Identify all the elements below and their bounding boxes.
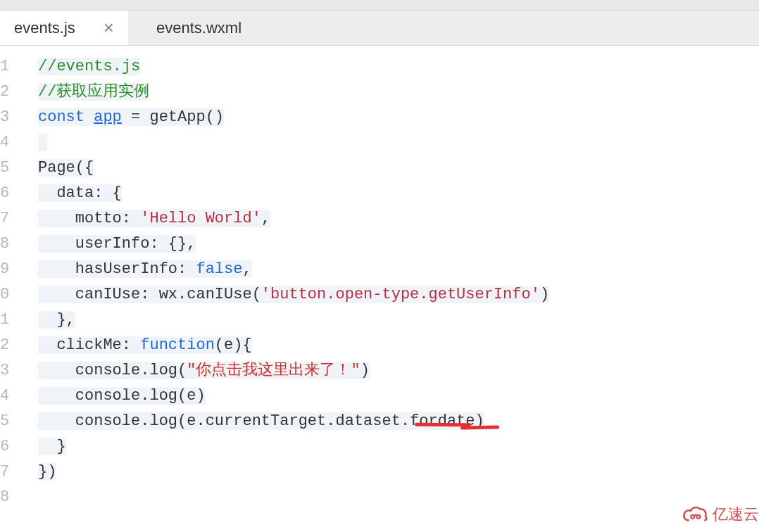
code-line: const app = getApp()	[38, 105, 759, 130]
code-text: canIUse: wx.canIUse(	[75, 286, 261, 303]
line-number: 5	[0, 156, 8, 181]
code-text: = getApp()	[122, 108, 224, 126]
keyword: const	[38, 108, 84, 126]
code-text: data: {	[56, 184, 121, 202]
svg-point-0	[691, 515, 694, 519]
code-line: })	[38, 460, 759, 485]
line-number: 1	[0, 54, 8, 80]
line-number: 4	[0, 384, 8, 409]
code-text: hasUserInfo:	[75, 260, 196, 278]
keyword: function	[140, 336, 215, 354]
variable: app	[94, 108, 122, 126]
line-number: 8	[0, 485, 8, 510]
line-number: 8	[0, 232, 8, 257]
code-text: motto:	[75, 210, 140, 227]
line-number: 2	[0, 333, 8, 358]
string: 'button.open-type.getUserInfo'	[261, 286, 540, 303]
string: "你点击我这里出来了！"	[187, 362, 360, 379]
line-number: 6	[0, 434, 8, 460]
window-frame	[0, 0, 759, 11]
line-number: 3	[0, 105, 8, 130]
line-number: 7	[0, 206, 8, 232]
code-line: clickMe: function(e){	[38, 333, 759, 358]
comment: //events.js	[38, 58, 140, 75]
line-number: 1	[0, 308, 8, 333]
code-text: console.log(e)	[75, 387, 206, 405]
code-line: Page({	[38, 156, 759, 181]
code-line	[38, 130, 759, 156]
tab-label: events.js	[14, 19, 75, 37]
watermark: 亿速云	[681, 504, 759, 525]
cloud-icon	[681, 504, 709, 525]
comment: //获取应用实例	[38, 83, 149, 101]
code-text: Page({	[38, 159, 94, 177]
tab-events-wxml[interactable]: events.wxml	[128, 11, 256, 45]
code-line: console.log(e.currentTarget.dataset.ford…	[38, 409, 759, 434]
line-number: 2	[0, 80, 8, 105]
code-line: canIUse: wx.canIUse('button.open-type.ge…	[38, 282, 759, 308]
line-number: 9	[0, 257, 8, 282]
boolean: false	[196, 260, 242, 278]
code-content[interactable]: //events.js //获取应用实例 const app = getApp(…	[10, 46, 759, 532]
code-line: hasUserInfo: false,	[38, 257, 759, 282]
tab-events-js[interactable]: events.js ×	[0, 11, 128, 45]
code-text: },	[56, 311, 75, 329]
close-icon[interactable]: ×	[104, 17, 114, 39]
line-gutter: 1 2 3 4 5 6 7 8 9 0 1 2 3 4 5 6 7 8	[0, 46, 10, 532]
code-line: },	[38, 308, 759, 333]
line-number: 5	[0, 409, 8, 434]
code-line: motto: 'Hello World',	[38, 206, 759, 232]
tab-bar: events.js × events.wxml	[0, 11, 759, 46]
code-line: //events.js	[38, 54, 759, 80]
code-line: //获取应用实例	[38, 80, 759, 105]
editor-area: 1 2 3 4 5 6 7 8 9 0 1 2 3 4 5 6 7 8 //ev…	[0, 46, 759, 532]
code-text: console.log(e.currentTarget.dataset.ford…	[75, 412, 484, 430]
line-number: 0	[0, 282, 8, 308]
line-number: 4	[0, 130, 8, 156]
tab-label: events.wxml	[156, 19, 242, 37]
code-text: }	[56, 438, 65, 455]
line-number: 3	[0, 358, 8, 384]
code-text: clickMe:	[56, 336, 140, 354]
code-line: data: {	[38, 181, 759, 206]
line-number: 7	[0, 460, 8, 485]
code-text: })	[38, 463, 56, 481]
code-line: userInfo: {},	[38, 232, 759, 257]
watermark-text: 亿速云	[713, 504, 759, 525]
string: 'Hello World'	[140, 210, 261, 227]
code-line: }	[38, 434, 759, 460]
code-line: console.log(e)	[38, 384, 759, 409]
annotation-underline	[460, 426, 499, 430]
line-number: 6	[0, 181, 8, 206]
code-line: console.log("你点击我这里出来了！")	[38, 358, 759, 384]
code-text: userInfo: {},	[75, 235, 196, 253]
code-text: console.log(	[75, 362, 187, 379]
